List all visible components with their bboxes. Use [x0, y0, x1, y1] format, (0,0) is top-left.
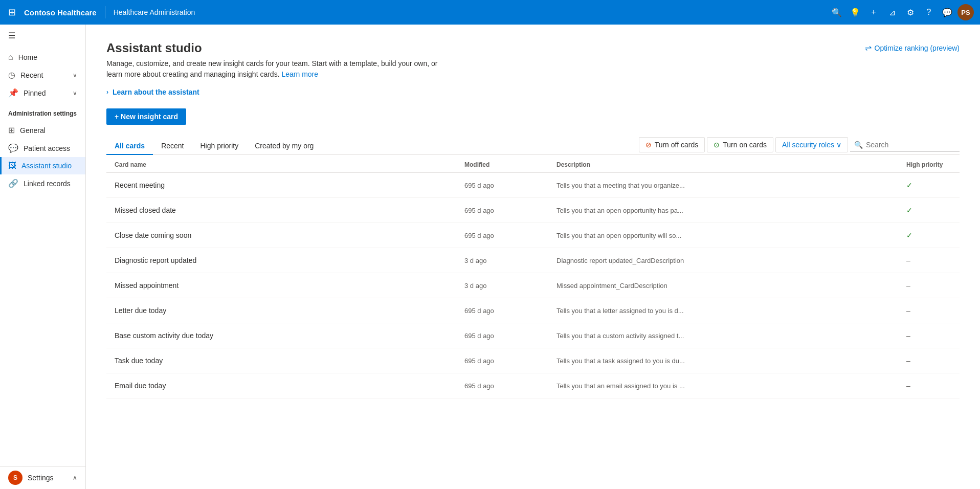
- security-roles-chevron-icon: ∨: [836, 141, 841, 149]
- main-content: Assistant studio Manage, customize, and …: [86, 25, 980, 489]
- table-row[interactable]: Missed closed date 695 d ago Tells you t…: [106, 198, 960, 223]
- home-icon: ⌂: [8, 53, 13, 62]
- col-header-high-priority: High priority: [898, 161, 960, 168]
- modified-cell: 3 d ago: [456, 251, 548, 271]
- priority-cell: –: [898, 350, 960, 371]
- new-insight-card-button[interactable]: + New insight card: [106, 108, 186, 125]
- dash-icon: –: [906, 256, 910, 264]
- sidebar-item-recent[interactable]: ◷ Recent ∨: [0, 66, 85, 84]
- table-row[interactable]: Close date coming soon 695 d ago Tells y…: [106, 223, 960, 248]
- optimize-icon: ⇌: [865, 43, 872, 53]
- help-icon-btn[interactable]: ?: [921, 4, 937, 20]
- sidebar-nav: ⌂ Home ◷ Recent ∨ 📌 Pinned ∨: [0, 47, 85, 104]
- patient-access-icon: 💬: [8, 143, 18, 153]
- topbar-right: 🔍 💡 + ⊿ ⚙ ? 💬 PS: [829, 4, 974, 20]
- table-row[interactable]: Letter due today 695 d ago Tells you tha…: [106, 298, 960, 323]
- description-cell: Tells you that an open opportunity has p…: [548, 201, 702, 220]
- table-row[interactable]: Recent meeting 695 d ago Tells you that …: [106, 173, 960, 198]
- priority-cell: ✓: [898, 175, 960, 195]
- chat-icon-btn[interactable]: 💬: [939, 4, 955, 20]
- recent-icon: ◷: [8, 70, 15, 80]
- sidebar-bottom-settings[interactable]: S Settings ∧: [0, 466, 85, 489]
- description-cell: Missed appointment_CardDescription: [548, 276, 702, 296]
- tab-all-cards[interactable]: All cards: [106, 138, 153, 155]
- tab-recent[interactable]: Recent: [153, 138, 192, 155]
- card-name-cell: Missed closed date: [106, 200, 456, 220]
- settings-chevron-icon: ∧: [73, 474, 77, 481]
- card-name-cell: Close date coming soon: [106, 225, 456, 246]
- modified-cell: 695 d ago: [456, 301, 548, 321]
- module-name: Healthcare Administration: [114, 8, 195, 16]
- card-name-cell: Task due today: [106, 350, 456, 371]
- dash-icon: –: [906, 382, 910, 390]
- settings-label: Settings: [28, 474, 54, 482]
- col-header-description: Description: [548, 161, 898, 168]
- linked-records-icon: 🔗: [8, 179, 18, 188]
- settings-icon-btn[interactable]: ⚙: [902, 4, 919, 20]
- user-avatar[interactable]: PS: [957, 4, 974, 20]
- topbar: ⊞ Contoso Healthcare Healthcare Administ…: [0, 0, 980, 25]
- sidebar-item-general[interactable]: ⊞ General: [0, 121, 85, 139]
- topbar-divider: [105, 6, 105, 18]
- filter-icon-btn[interactable]: ⊿: [884, 4, 900, 20]
- cards-table: Card name Modified Description High prio…: [106, 155, 960, 398]
- add-icon-btn[interactable]: +: [865, 4, 882, 20]
- description-cell: Tells you that a letter assigned to you …: [548, 301, 702, 321]
- sidebar-item-linked-records[interactable]: 🔗 Linked records: [0, 174, 85, 192]
- dash-icon: –: [906, 306, 910, 315]
- description-cell: Tells you that an email assigned to you …: [548, 376, 702, 396]
- table-row[interactable]: Email due today 695 d ago Tells you that…: [106, 373, 960, 398]
- modified-cell: 695 d ago: [456, 351, 548, 371]
- table-row[interactable]: Diagnostic report updated 3 d ago Diagno…: [106, 248, 960, 273]
- assistant-studio-icon: 🖼: [8, 161, 16, 170]
- description-cell: Diagnostic report updated_CardDescriptio…: [548, 251, 702, 271]
- sidebar-assistant-label: Assistant studio: [21, 162, 72, 170]
- card-name-cell: Letter due today: [106, 300, 456, 321]
- priority-cell: ✓: [898, 225, 960, 246]
- priority-cell: ✓: [898, 200, 960, 220]
- learn-assistant-section[interactable]: › Learn about the assistant: [106, 88, 960, 96]
- page-header-left: Assistant studio Manage, customize, and …: [106, 41, 454, 80]
- table-row[interactable]: Missed appointment 3 d ago Missed appoin…: [106, 273, 960, 298]
- grid-icon[interactable]: ⊞: [6, 5, 18, 20]
- turn-on-cards-button[interactable]: ⊙ Turn on cards: [707, 137, 773, 152]
- sidebar-item-assistant-studio[interactable]: 🖼 Assistant studio: [0, 157, 85, 174]
- search-box[interactable]: 🔍: [850, 139, 960, 151]
- learn-more-link[interactable]: Learn more: [281, 70, 318, 78]
- search-icon-btn[interactable]: 🔍: [829, 4, 845, 20]
- check-icon: ✓: [906, 181, 912, 189]
- check-icon: ✓: [906, 206, 912, 214]
- lightbulb-icon-btn[interactable]: 💡: [847, 4, 863, 20]
- card-name-cell: Missed appointment: [106, 275, 456, 296]
- admin-nav: ⊞ General 💬 Patient access 🖼 Assistant s…: [0, 119, 85, 194]
- col-header-modified: Modified: [456, 161, 548, 168]
- table-row[interactable]: Base custom activity due today 695 d ago…: [106, 323, 960, 348]
- table-row[interactable]: Task due today 695 d ago Tells you that …: [106, 348, 960, 373]
- sidebar-item-home[interactable]: ⌂ Home: [0, 49, 85, 66]
- modified-cell: 695 d ago: [456, 175, 548, 195]
- priority-cell: –: [898, 275, 960, 296]
- priority-cell: –: [898, 300, 960, 321]
- sidebar-item-pinned[interactable]: 📌 Pinned ∨: [0, 84, 85, 102]
- sidebar: ☰ ⌂ Home ◷ Recent ∨ 📌 Pinned ∨ Administr…: [0, 25, 86, 489]
- dash-icon: –: [906, 357, 910, 365]
- description-cell: Tells you that an open opportunity will …: [548, 226, 702, 246]
- hamburger-button[interactable]: ☰: [0, 25, 85, 47]
- check-icon: ✓: [906, 231, 912, 239]
- optimize-ranking-button[interactable]: ⇌ Optimize ranking (preview): [865, 41, 960, 53]
- turn-off-cards-button[interactable]: ⊘ Turn off cards: [639, 137, 705, 152]
- sidebar-linked-label: Linked records: [24, 180, 71, 188]
- modified-cell: 695 d ago: [456, 226, 548, 246]
- tab-high-priority[interactable]: High priority: [192, 138, 247, 155]
- sidebar-general-label: General: [20, 126, 46, 135]
- card-name-cell: Recent meeting: [106, 175, 456, 195]
- col-header-card-name: Card name: [106, 161, 456, 168]
- description-cell: Tells you that a custom activity assigne…: [548, 326, 702, 346]
- sidebar-item-patient-access[interactable]: 💬 Patient access: [0, 139, 85, 157]
- tab-created-by-org[interactable]: Created by my org: [247, 138, 322, 155]
- page-title: Assistant studio: [106, 41, 454, 55]
- turn-on-icon: ⊙: [714, 141, 720, 149]
- tabs-row: All cards Recent High priority Created b…: [106, 137, 960, 155]
- security-roles-button[interactable]: All security roles ∨: [775, 137, 848, 152]
- search-input[interactable]: [866, 141, 955, 149]
